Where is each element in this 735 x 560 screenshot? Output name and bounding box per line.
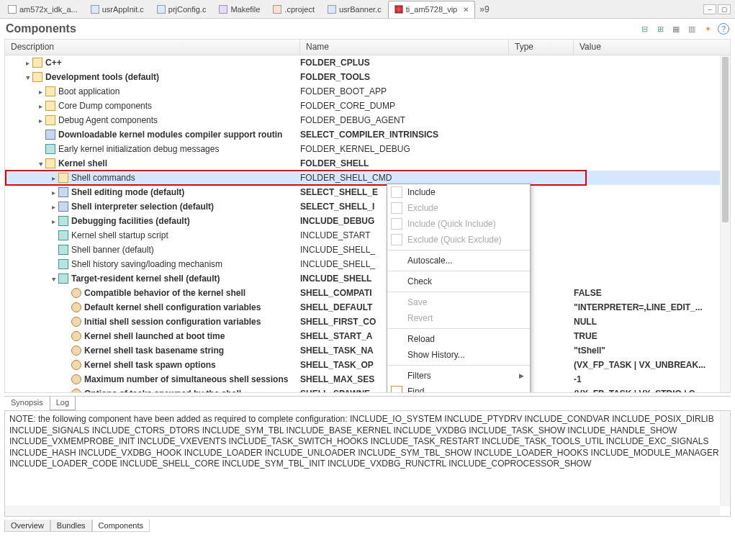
- tab-synopsis[interactable]: Synopsis: [4, 397, 50, 410]
- maximize-button[interactable]: ▢: [718, 4, 731, 14]
- tree-row[interactable]: Default kernel shell configuration varia…: [5, 300, 730, 315]
- tab-overflow-button[interactable]: »9: [475, 4, 493, 14]
- tree-row[interactable]: Target-resident kernel shell (default)IN…: [5, 271, 730, 286]
- tree-row[interactable]: Maximum number of simultaneous shell ses…: [5, 372, 730, 387]
- param-icon: [71, 331, 81, 341]
- editor-tab[interactable]: Makefile: [212, 1, 266, 18]
- log-scroll-h[interactable]: [5, 506, 720, 516]
- tree-row[interactable]: Kernel shell task basename stringSHELL_T…: [5, 343, 730, 358]
- expand-arrow-icon[interactable]: [35, 115, 45, 125]
- tree-row[interactable]: Options of tasks spawned by the shellSHE…: [5, 387, 730, 392]
- tab-components[interactable]: Components: [92, 520, 150, 532]
- toolbar-button-2[interactable]: ▥: [686, 23, 698, 35]
- menu-item-icon: [391, 234, 402, 245]
- tree-row[interactable]: Development tools (default)FOLDER_TOOLS: [5, 70, 730, 84]
- tab-bundles[interactable]: Bundles: [50, 520, 92, 532]
- close-icon[interactable]: ✕: [463, 6, 469, 14]
- minimize-button[interactable]: –: [703, 4, 716, 14]
- leaf-cyan-icon: [58, 274, 68, 284]
- row-description: Compatible behavior of the kernel shell: [84, 288, 245, 298]
- menu-item-label: Autoscale...: [407, 256, 453, 266]
- leaf-cyan-icon: [58, 230, 68, 240]
- tree-row[interactable]: Shell history saving/loading mechanismIN…: [5, 257, 730, 271]
- tree-row[interactable]: Kernel shellFOLDER_SHELL: [5, 156, 730, 171]
- expand-arrow-icon[interactable]: [35, 101, 45, 111]
- editor-tab[interactable]: ti_am5728_vip✕: [388, 1, 476, 18]
- tree-row[interactable]: C++FOLDER_CPLUS: [5, 55, 730, 70]
- menu-item[interactable]: Filters▶: [387, 368, 530, 384]
- tree-row[interactable]: Debugging facilities (default)INCLUDE_DE…: [5, 214, 730, 228]
- column-description[interactable]: Description: [5, 40, 300, 55]
- menu-item[interactable]: Include: [387, 184, 530, 200]
- editor-tab[interactable]: usrBanner.c: [321, 1, 388, 18]
- expand-arrow-icon[interactable]: [22, 58, 32, 68]
- row-description: Early kernel initialization debug messag…: [58, 144, 219, 154]
- tree-row[interactable]: Kernel shell launched at boot timeSHELL_…: [5, 329, 730, 343]
- tree-row[interactable]: Shell banner (default)INCLUDE_SHELL_: [5, 243, 730, 257]
- row-name: FOLDER_CORE_DUMP: [300, 101, 509, 111]
- menu-item: Exclude (Quick Exclude): [387, 232, 530, 248]
- menu-item[interactable]: Find: [387, 384, 530, 393]
- folder-open-icon: [45, 158, 55, 168]
- tree-row[interactable]: Boot applicationFOLDER_BOOT_APP: [5, 84, 730, 99]
- row-value: FALSE: [574, 288, 730, 298]
- window-controls: – ▢: [703, 4, 735, 14]
- tree-row[interactable]: Kernel shell startup scriptINCLUDE_START: [5, 228, 730, 243]
- help-button[interactable]: ?: [718, 23, 729, 35]
- expand-arrow-icon[interactable]: [48, 187, 58, 197]
- menu-item: Include (Quick Include): [387, 216, 530, 232]
- menu-item[interactable]: Check: [387, 274, 530, 289]
- menu-item-label: Exclude: [407, 203, 438, 213]
- row-description: Default kernel shell configuration varia…: [84, 302, 261, 312]
- tree-row[interactable]: Core Dump componentsFOLDER_CORE_DUMP: [5, 99, 730, 113]
- view-toolbar: Components ⊟ ⊞ ▦ ▥ ✶ ?: [0, 19, 735, 39]
- editor-tab[interactable]: am572x_idk_a...: [1, 1, 84, 18]
- tree-row[interactable]: Compatible behavior of the kernel shellS…: [5, 286, 730, 300]
- expand-arrow-icon[interactable]: [35, 158, 45, 168]
- toolbar-button-1[interactable]: ▦: [670, 23, 682, 35]
- menu-item: Save: [387, 294, 530, 310]
- editor-tab[interactable]: prjConfig.c: [150, 1, 213, 18]
- tree-row[interactable]: Initial shell session configuration vari…: [5, 315, 730, 329]
- menu-item[interactable]: Reload: [387, 331, 530, 347]
- tree-row[interactable]: Debug Agent componentsFOLDER_DEBUG_AGENT: [5, 113, 730, 127]
- row-description: Development tools (default): [45, 72, 159, 82]
- expand-arrow-icon[interactable]: [48, 202, 58, 212]
- tab-log[interactable]: Log: [50, 397, 76, 410]
- expand-all-button[interactable]: ⊞: [654, 23, 666, 35]
- row-name: FOLDER_SHELL_CMD: [300, 173, 509, 183]
- row-description: Kernel shell launched at boot time: [84, 331, 225, 341]
- expand-arrow-icon[interactable]: [48, 274, 58, 284]
- log-scroll-v[interactable]: [720, 411, 730, 506]
- leaf-cyan-icon: [58, 245, 68, 255]
- row-value: (VX_FP_TASK | VX_UNBREAK...: [574, 360, 730, 370]
- view-title: Components: [6, 22, 76, 35]
- menu-item[interactable]: Show History...: [387, 347, 530, 363]
- tree-row[interactable]: Shell interpreter selection (default)SEL…: [5, 199, 730, 214]
- expand-arrow-icon[interactable]: [48, 173, 58, 183]
- tab-label: .cproject: [284, 5, 315, 14]
- column-type[interactable]: Type: [509, 40, 574, 55]
- editor-tab[interactable]: usrAppInit.c: [84, 1, 150, 18]
- row-name: SELECT_COMPILER_INTRINSICS: [300, 130, 509, 140]
- tree-row[interactable]: Early kernel initialization debug messag…: [5, 142, 730, 156]
- column-value[interactable]: Value: [574, 40, 730, 55]
- toolbar-button-3[interactable]: ✶: [702, 23, 713, 35]
- tree-row[interactable]: Downloadable kernel modules compiler sup…: [5, 127, 730, 142]
- file-icon: [8, 5, 17, 14]
- tab-overview[interactable]: Overview: [4, 520, 50, 532]
- leaf-blue-icon: [58, 187, 68, 197]
- editor-tab[interactable]: .cproject: [266, 1, 321, 18]
- tree-row[interactable]: Shell editing mode (default)SELECT_SHELL…: [5, 185, 730, 199]
- row-description: Shell editing mode (default): [71, 187, 184, 197]
- column-name[interactable]: Name: [300, 40, 509, 55]
- expand-arrow-icon[interactable]: [48, 216, 58, 226]
- menu-item[interactable]: Autoscale...: [387, 253, 530, 268]
- tree-row[interactable]: Shell commandsFOLDER_SHELL_CMD: [5, 171, 730, 185]
- tree-row[interactable]: Kernel shell task spawn optionsSHELL_TAS…: [5, 358, 730, 372]
- collapse-all-button[interactable]: ⊟: [639, 23, 650, 35]
- param-icon: [71, 360, 81, 370]
- expand-arrow-icon[interactable]: [22, 72, 32, 82]
- expand-arrow-icon[interactable]: [35, 86, 45, 96]
- tree-scrollbar[interactable]: [720, 55, 730, 392]
